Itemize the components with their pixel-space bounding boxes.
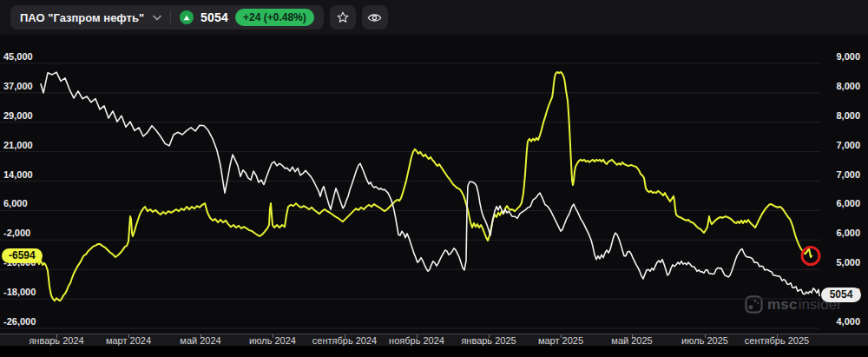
y-axis-label-right: 6,000 — [836, 198, 860, 208]
last-value-label-right: 5054 — [821, 288, 861, 302]
y-axis-label-right: 7,000 — [836, 169, 860, 180]
plot-svg — [0, 35, 868, 334]
trading-chart-app: ПАО "Газпром нефть" 5054 +24 (+0.48%) — [0, 0, 868, 357]
favorite-button[interactable] — [330, 5, 356, 30]
x-axis-label: июль 2025 — [681, 335, 728, 346]
last-value-label-left: -6594 — [2, 248, 43, 263]
star-icon — [336, 10, 350, 24]
last-price: 5054 — [201, 10, 228, 24]
y-axis-label-right: 8,000 — [836, 110, 860, 121]
x-axis-label: сентябрь 2024 — [312, 335, 377, 346]
x-axis-label: январь 2025 — [461, 335, 516, 346]
divider — [170, 10, 171, 24]
y-axis-label-right: 9,000 — [836, 51, 860, 62]
x-axis-label: март 2025 — [538, 335, 583, 346]
y-axis-label-right: 6,000 — [836, 228, 860, 238]
instrument-name: ПАО "Газпром нефть" — [20, 11, 144, 24]
change-badge: +24 (+0.48%) — [235, 9, 314, 26]
trend-up-icon — [180, 10, 194, 24]
x-axis-label: июль 2024 — [249, 335, 296, 346]
x-axis: январь 2024март 2024май 2024июль 2024сен… — [0, 334, 868, 346]
chart-area[interactable]: msc insider 45,00037,00029,00021,00014,0… — [0, 35, 868, 357]
y-axis-label-left: 14,000 — [3, 169, 33, 180]
y-axis-label-left: 45,000 — [3, 51, 33, 62]
x-axis-label: март 2024 — [106, 335, 151, 346]
chevron-down-icon — [153, 15, 161, 21]
y-axis-label-left: 37,000 — [3, 81, 33, 91]
y-axis-label-right: 8,000 — [836, 81, 860, 91]
y-axis-label-left: -2,000 — [3, 228, 30, 238]
x-axis-label: ноябрь 2024 — [389, 335, 444, 346]
x-axis-label: май 2025 — [611, 335, 652, 346]
y-axis-label-left: -26,000 — [3, 316, 36, 327]
chart-header: ПАО "Газпром нефть" 5054 +24 (+0.48%) — [0, 0, 868, 35]
x-axis-label: сентябрь 2025 — [745, 335, 809, 346]
y-axis-label-right: 7,000 — [836, 140, 860, 150]
y-axis-label-left: -18,000 — [3, 287, 36, 297]
watch-button[interactable] — [362, 5, 388, 30]
eye-icon — [367, 12, 382, 23]
y-axis-label-left: 29,000 — [3, 110, 33, 121]
price_line — [41, 72, 819, 295]
y-axis-label-right: 4,000 — [836, 316, 860, 327]
bottom-bar — [0, 346, 868, 357]
y-axis-label-right: 5,000 — [836, 257, 860, 268]
x-axis-label: январь 2024 — [29, 335, 83, 346]
instrument-selector[interactable]: ПАО "Газпром нефть" 5054 +24 (+0.48%) — [10, 5, 324, 30]
x-axis-label: май 2024 — [180, 335, 220, 346]
y-axis-label-left: 21,000 — [3, 140, 33, 150]
y-axis-label-left: 6,000 — [3, 198, 28, 208]
indicator_line — [37, 72, 812, 301]
